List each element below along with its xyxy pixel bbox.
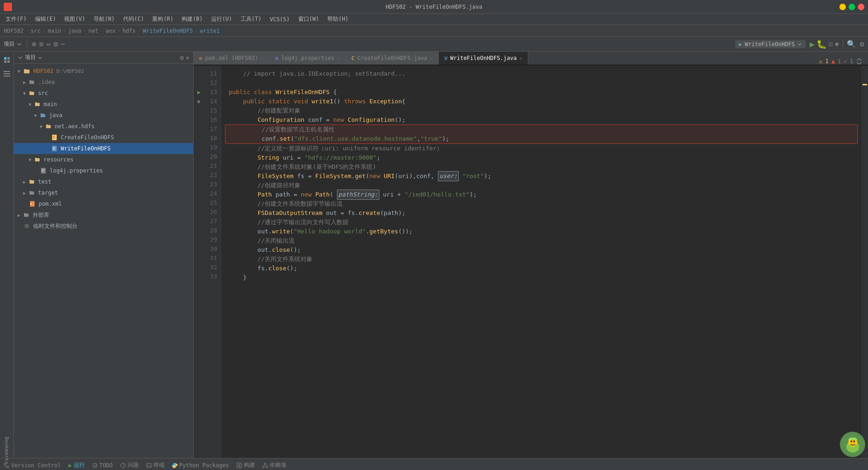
menu-help[interactable]: 帮助(H) [324,14,352,24]
sync-icon[interactable]: ⊕ [32,40,36,48]
structure-icon[interactable] [0,67,13,80]
tab-pom[interactable]: m pom.xml (HDFS02) × [194,52,270,65]
svg-text:P: P [42,169,44,172]
maximize-button[interactable] [849,4,855,10]
toolbar-icons[interactable]: ⊕ ≡ ⇔ ⚙ − [32,40,65,48]
svg-rect-3 [8,7,11,10]
project-view-icon[interactable] [0,54,13,66]
deps-button[interactable]: 依赖项 [262,461,286,469]
menu-edit[interactable]: 编辑(E) [31,14,60,24]
tab-writefile[interactable]: W WriteFileOnHDFS.java × [439,52,528,65]
tab-log4j[interactable]: ≡ log4j.properties × [270,52,346,65]
menu-code[interactable]: 代码(C) [119,14,148,24]
tab-writefile-close[interactable]: × [520,56,522,61]
gear-small-icon[interactable]: ⚙ [180,54,183,61]
breadcrumb-net[interactable]: net [89,28,99,34]
minus-icon[interactable]: − [61,40,65,48]
breadcrumb-aex[interactable]: aex [106,28,116,34]
tree-java[interactable]: ▼ java [14,110,193,121]
tab-log4j-close[interactable]: × [337,56,340,61]
terminal-button[interactable]: 终端 [146,461,165,469]
tree-resources[interactable]: ▼ resources [14,154,193,165]
tree-writefile[interactable]: W WriteFileOnHDFS [14,143,193,154]
expand-icon[interactable]: ≡ [39,40,44,48]
terminal-icon [146,463,152,468]
breadcrumb-java[interactable]: java [68,28,82,34]
breadcrumb-write1[interactable]: write1 [200,28,219,34]
menu-run[interactable]: 运行(U) [207,14,236,24]
menu-navigate[interactable]: 导航(N) [90,14,118,24]
code-content[interactable]: // import java.io.IOException; setStanda… [221,65,862,458]
build-icon [236,463,242,468]
bookmarks-vertical[interactable]: Bookmarks [0,444,13,457]
run-panel-button[interactable]: ▶ 运行 [68,461,84,469]
debug-button[interactable]: 🐛 [816,39,827,49]
menu-build[interactable]: 构建(B) [178,14,207,24]
problems-button[interactable]: ! 问题 [120,461,139,469]
expand-arrows-icon[interactable] [856,58,862,65]
line-32: 32 [194,263,221,272]
todo-button[interactable]: TODO [92,462,113,469]
breadcrumb-src[interactable]: src [31,28,41,34]
breadcrumb-writefile[interactable]: WriteFileOnHDFS [143,28,193,34]
tree-main[interactable]: ▼ main [14,99,193,110]
debug-gutter-icon[interactable]: ◉ [197,97,200,106]
test-folder-icon [29,179,35,184]
search-icon[interactable]: 🔍 [847,40,856,48]
coverage-button[interactable]: ☑ [828,39,833,49]
menu-file[interactable]: 文件(F) [2,14,30,24]
menu-view[interactable]: 视图(V) [60,14,89,24]
svg-rect-14 [30,80,31,81]
tree-ext-libs[interactable]: ▶ 外部库 [14,209,193,220]
run-config-selector[interactable]: ▶ WriteFileOnHDFS [735,40,806,48]
tree-writefile-label: WriteFileOnHDFS [61,145,111,152]
tree-createfile[interactable]: C CreateFileOnHDFS [14,132,193,143]
error-count: 1 [838,58,841,65]
tree-target[interactable]: ▶ target [14,187,193,198]
project-panel-title: 项目 [18,54,42,61]
line-17: 17 [194,125,221,134]
breadcrumb-hdfs[interactable]: hdfs [123,28,136,34]
tree-package[interactable]: ▼ net.aex.hdfs [14,121,193,132]
close-button[interactable] [858,4,864,10]
close-panel-icon[interactable]: × [186,54,189,61]
tree-idea[interactable]: ▶ .idea [14,77,193,88]
tab-createfile-close[interactable]: × [430,56,433,61]
python-packages-button[interactable]: Python Packages [172,462,229,469]
project-header-actions[interactable]: ⚙ × [180,54,189,61]
menu-refactor[interactable]: 重构(R) [148,14,177,24]
profile-button[interactable]: ◈ [835,39,839,49]
title-bar-controls[interactable] [839,4,864,10]
main-layout: Bookmarks 项目 ⚙ × ▼ HDFS02 [0,52,868,458]
run-gutter-icon[interactable]: ▶ [197,88,201,97]
menu-tools[interactable]: 工具(T) [237,14,266,24]
tree-pom[interactable]: m pom.xml [14,198,193,209]
settings-icon[interactable]: ⚙ [860,40,864,48]
tree-content: ▼ HDFS02 D:\HDFS02 ▶ .idea ▼ [14,64,193,458]
tab-createfile[interactable]: C CreateFileOnHDFS.java × [346,52,439,65]
tab-pom-close[interactable]: × [261,56,264,61]
menu-window[interactable]: 窗口(W) [295,14,323,24]
build-button[interactable]: 构建 [236,461,255,469]
breadcrumb: HDFS02 › src › main › java › net › aex ›… [0,25,868,37]
python-packages-label: Python Packages [179,462,229,469]
settings-gear-icon[interactable]: ⚙ [53,40,58,48]
run-button[interactable]: ▶ [809,39,815,49]
line-30: 30 [194,244,221,254]
svg-rect-34 [30,191,31,192]
problems-label: 问题 [128,461,139,469]
tree-log4j[interactable]: P log4j.properties [14,165,193,176]
tree-test[interactable]: ▶ test [14,176,193,187]
collapse-icon[interactable]: ⇔ [46,40,51,48]
tree-src[interactable]: ▼ src [14,88,193,99]
breadcrumb-main[interactable]: main [48,28,61,34]
breadcrumb-hdfs02[interactable]: HDFS02 [4,28,24,34]
code-editor[interactable]: 11 12 ▶ 13 ◉ 14 15 16 17 18 19 20 21 22 … [194,65,868,458]
code-line-28: out.write("Hello hadoop world".getBytes(… [221,227,862,236]
tree-root[interactable]: ▼ HDFS02 D:\HDFS02 [14,65,193,77]
minimize-button[interactable] [839,4,846,10]
target-folder-icon [29,190,35,196]
tree-temp[interactable]: 临时文件和控制台 [14,220,193,232]
version-control-button[interactable]: Version Control [4,462,61,469]
menu-vcs[interactable]: VCS(S) [266,15,293,24]
